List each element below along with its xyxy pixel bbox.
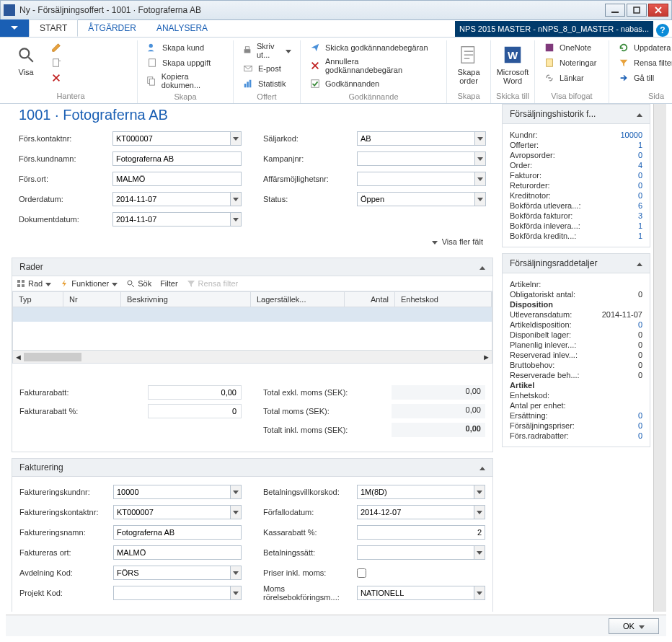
rensa-filter-rader-button[interactable]: Rensa filter [187, 279, 239, 288]
input-avdelning[interactable] [113, 566, 230, 580]
file-tab[interactable] [0, 19, 29, 37]
input-betsatt[interactable] [357, 545, 474, 560]
raddetaljer-fact-header[interactable]: Försäljningsraddetaljer [502, 253, 650, 273]
dropdown-arrow-icon[interactable] [230, 212, 242, 227]
skapa-order-button[interactable]: Skapa order [451, 40, 486, 88]
scroll-thumb[interactable] [24, 353, 81, 361]
help-icon[interactable]: ? [656, 24, 669, 37]
input-fors-kontaktnr[interactable] [112, 131, 230, 146]
historik-value-link[interactable]: 0 [638, 171, 642, 180]
scroll-right-icon[interactable]: ► [482, 353, 490, 361]
kopiera-dokument-button[interactable]: Kopiera dokumen... [142, 71, 229, 91]
scroll-left-icon[interactable]: ◄ [14, 353, 22, 361]
skicka-godkannande-button[interactable]: Skicka godkännandebegäran [305, 40, 442, 55]
visa-fler-falt-button[interactable]: Visa fler fält [12, 232, 493, 252]
onenote-button[interactable]: OneNote [539, 40, 604, 55]
dropdown-arrow-icon[interactable] [230, 505, 242, 519]
historik-value-link[interactable]: 4 [638, 161, 642, 170]
ersattning-link[interactable]: 0 [638, 411, 642, 420]
rad-menu-button[interactable]: Rad [17, 279, 51, 288]
dropdown-arrow-icon[interactable] [474, 505, 485, 519]
input-status[interactable] [357, 192, 474, 206]
col-nr[interactable]: Nr [63, 292, 121, 307]
input-projekt[interactable] [113, 586, 230, 600]
tab-analysera[interactable]: ANALYSERA [146, 19, 218, 37]
input-fakturarabatt-pct[interactable] [148, 404, 242, 418]
sok-button[interactable]: Sök [126, 279, 151, 288]
fors-radrabatter-link[interactable]: 0 [638, 431, 642, 440]
dropdown-arrow-icon[interactable] [474, 131, 486, 146]
dropdown-arrow-icon[interactable] [474, 586, 485, 600]
maximize-button[interactable] [627, 4, 647, 17]
grid-selected-row[interactable] [13, 307, 492, 322]
rensa-filter-button[interactable]: Rensa filter [614, 56, 672, 70]
dropdown-arrow-icon[interactable] [230, 131, 242, 146]
input-affarsmojlighet[interactable] [357, 172, 474, 186]
funktioner-menu-button[interactable]: Funktioner [60, 279, 118, 288]
vertical-scrollbar[interactable] [653, 104, 666, 612]
dropdown-arrow-icon[interactable] [474, 192, 486, 206]
input-betvillkor[interactable] [357, 485, 474, 499]
input-fakt-namn[interactable] [113, 525, 242, 540]
dropdown-arrow-icon[interactable] [230, 586, 242, 600]
historik-value-link[interactable]: 3 [638, 211, 642, 220]
tab-atgarder[interactable]: ÅTGÄRDER [78, 19, 146, 37]
dropdown-arrow-icon[interactable] [230, 566, 242, 580]
word-button[interactable]: W Microsoft Word [495, 40, 530, 88]
historik-value-link[interactable]: 1 [638, 141, 642, 149]
historik-value-link[interactable]: 1 [638, 221, 642, 230]
fakturering-section-header[interactable]: Fakturering [12, 458, 493, 477]
dropdown-arrow-icon[interactable] [474, 151, 486, 166]
grid-horizontal-scrollbar[interactable]: ◄ ► [12, 351, 492, 364]
ga-till-button[interactable]: Gå till [614, 71, 672, 85]
input-fakt-ort[interactable] [113, 545, 242, 560]
skriv-ut-button[interactable]: Skriv ut... [238, 40, 296, 61]
forsaljningspriser-link[interactable]: 0 [638, 421, 642, 430]
input-forfallo[interactable] [357, 505, 474, 519]
historik-value-link[interactable]: 0 [638, 181, 642, 190]
noteringar-button[interactable]: Noteringar [539, 56, 604, 70]
input-kassarabatt[interactable] [357, 525, 485, 540]
close-button[interactable] [648, 4, 668, 17]
uppdatera-button[interactable]: Uppdatera [614, 40, 672, 55]
delete-button[interactable] [46, 71, 133, 85]
col-lagerstallek[interactable]: Lagerställek... [251, 292, 345, 307]
input-kampanjnr[interactable] [357, 151, 474, 166]
input-orderdatum[interactable] [112, 192, 230, 206]
artikeldisposition-link[interactable]: 0 [638, 320, 642, 329]
input-moms-rorelse[interactable] [357, 586, 474, 600]
dropdown-arrow-icon[interactable] [474, 172, 486, 186]
historik-value-link[interactable]: 6 [638, 201, 642, 210]
input-fakt-kundnr[interactable] [113, 485, 230, 499]
skapa-kund-button[interactable]: Skapa kund [142, 40, 229, 55]
ok-button[interactable]: OK [609, 618, 659, 634]
dropdown-arrow-icon[interactable] [230, 485, 242, 499]
dropdown-arrow-icon[interactable] [474, 485, 485, 499]
input-saljarkod[interactable] [357, 131, 474, 146]
historik-value-link[interactable]: 0 [638, 151, 642, 159]
rader-section-header[interactable]: Rader [12, 258, 493, 276]
col-enhetskod[interactable]: Enhetskod [395, 292, 492, 307]
historik-value-link[interactable]: 0 [638, 191, 642, 200]
visa-button[interactable]: Visa [9, 40, 43, 79]
historik-value-link[interactable]: 10000 [620, 131, 642, 139]
dropdown-arrow-icon[interactable] [230, 192, 242, 206]
dropdown-arrow-icon[interactable] [474, 545, 485, 560]
input-fors-kundnamn[interactable] [112, 151, 242, 166]
filter-button[interactable]: Filter [160, 279, 177, 288]
input-fakt-kontaktnr[interactable] [113, 505, 230, 519]
input-dokumentdatum[interactable] [112, 212, 230, 227]
new-button[interactable] [46, 56, 133, 70]
col-beskrivning[interactable]: Beskrivning [121, 292, 251, 307]
godkannanden-button[interactable]: Godkännanden [305, 76, 442, 91]
minimize-button[interactable] [605, 4, 625, 17]
historik-fact-header[interactable]: Försäljningshistorik f... [502, 104, 650, 124]
annullera-godkannande-button[interactable]: Annullera godkännandebegäran [305, 56, 442, 76]
epost-button[interactable]: E-post [238, 61, 296, 76]
grid-body[interactable] [12, 307, 492, 351]
checkbox-priser-inkl[interactable] [357, 568, 366, 578]
input-fors-ort[interactable] [112, 172, 242, 186]
edit-button[interactable] [46, 40, 133, 55]
breadcrumb[interactable]: NPS 2015 MASTER - nNPS_8_0_MASTER - naba… [455, 21, 653, 37]
input-fakturarabatt[interactable] [148, 385, 242, 400]
